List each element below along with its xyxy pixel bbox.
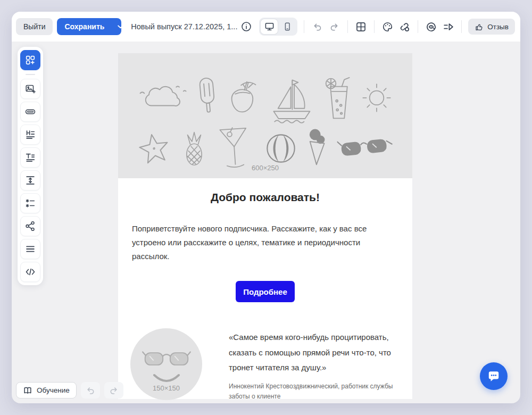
pineapple-doodle <box>181 128 207 169</box>
save-button[interactable]: Сохранить <box>57 22 112 31</box>
button-icon <box>24 106 36 118</box>
avatar-smile-icon <box>152 373 181 385</box>
starfish-doodle <box>135 130 173 167</box>
code-icon <box>24 266 36 278</box>
add-image-icon <box>24 83 36 95</box>
toolbar-divider <box>461 20 462 33</box>
toolbar-divider <box>347 20 348 33</box>
desktop-icon <box>264 22 275 31</box>
sidebar-item-menu[interactable] <box>20 239 40 259</box>
save-dropdown-button[interactable] <box>112 18 121 35</box>
doodle-row <box>137 128 393 169</box>
chevron-down-icon <box>118 25 121 29</box>
preview-button[interactable] <box>425 19 438 34</box>
sun-doodle <box>360 81 393 114</box>
chat-bubble-icon <box>487 369 501 383</box>
redo-button[interactable] <box>328 19 342 34</box>
avatar-sunglasses-icon <box>142 350 191 370</box>
structure-icon <box>355 21 367 32</box>
structure-button[interactable] <box>354 19 368 34</box>
quote-text-block[interactable]: «Самое время кого-нибудь процитировать, … <box>229 328 398 402</box>
mobile-icon <box>282 22 292 31</box>
info-icon <box>241 21 252 32</box>
undo-button[interactable] <box>311 19 324 34</box>
preview-icon <box>426 21 437 32</box>
quote-author: Иннокентий Крестовоздвижнический, работн… <box>229 381 398 402</box>
editor-canvas: 600×250 Добро пожаловать! Поприветствуйт… <box>12 42 520 403</box>
footer-controls: Обучение <box>16 382 123 399</box>
history-undo-button[interactable] <box>81 382 100 399</box>
thumbs-up-icon <box>475 22 484 31</box>
popsicle-doodle <box>196 75 220 119</box>
undo-icon <box>86 386 95 395</box>
history-redo-button[interactable] <box>104 382 123 399</box>
email-document: 600×250 Добро пожаловать! Поприветствуйт… <box>118 53 412 399</box>
sidebar-item-social[interactable] <box>20 216 40 236</box>
quote-block: 150×150 «Самое время кого-нибудь процити… <box>130 328 398 402</box>
sidebar-item-heading[interactable] <box>20 124 40 145</box>
link-check-button[interactable] <box>398 19 411 34</box>
editor-window: Выйти Сохранить Новый выпуск 27.12.2025,… <box>12 12 520 403</box>
feedback-button[interactable]: Отзыв <box>468 19 515 35</box>
image-size-label: 600×250 <box>118 164 412 172</box>
text-icon <box>24 152 36 163</box>
cta-button[interactable]: Подробнее <box>236 281 295 302</box>
feedback-label: Отзыв <box>487 23 509 31</box>
toolbar-divider <box>304 20 304 33</box>
email-text-block[interactable]: Поприветствуйте нового подписчика. Расск… <box>132 222 398 263</box>
sidebar-item-add-block[interactable] <box>20 50 40 70</box>
spacer-icon <box>24 175 36 186</box>
header-image-block[interactable]: 600×250 <box>118 53 412 178</box>
toolbar-divider <box>374 20 375 33</box>
document-title: Новый выпуск 27.12.2025, 1... <box>131 22 237 31</box>
beach-ball-doodle <box>264 132 297 165</box>
list-icon <box>24 197 36 209</box>
sidebar-item-code[interactable] <box>20 262 40 282</box>
info-button[interactable] <box>239 19 253 34</box>
menu-icon <box>24 243 36 255</box>
sidebar-item-text[interactable] <box>20 147 40 168</box>
sidebar-divider <box>26 74 35 75</box>
palette-button[interactable] <box>381 19 394 34</box>
avatar-placeholder[interactable]: 150×150 <box>130 328 202 400</box>
email-heading-block[interactable]: Добро пожаловать! <box>118 191 412 204</box>
sidebar-item-spacer[interactable] <box>20 170 40 190</box>
email-editor-app: { "toolbar": { "exit_label": "Выйти", "s… <box>0 0 532 415</box>
lemonade-doodle <box>323 73 353 123</box>
sidebar-item-button[interactable] <box>20 102 40 122</box>
quote-text: «Самое время кого-нибудь процитировать, … <box>229 330 398 376</box>
save-split-button[interactable]: Сохранить <box>57 18 121 35</box>
sunglasses-doodle <box>337 133 394 164</box>
sidebar-item-add-image[interactable] <box>20 79 40 99</box>
undo-icon <box>312 22 322 32</box>
redo-icon <box>329 22 339 32</box>
heading-icon <box>24 129 36 140</box>
palette-icon <box>382 21 393 32</box>
avatar-size-label: 150×150 <box>130 384 202 392</box>
desktop-toggle[interactable] <box>261 19 278 34</box>
redo-icon <box>109 386 119 395</box>
device-toggle <box>259 18 297 36</box>
top-toolbar: Выйти Сохранить Новый выпуск 27.12.2025,… <box>12 12 520 42</box>
send-test-icon <box>443 21 454 32</box>
sailboat-doodle <box>266 76 317 125</box>
doodle-row <box>137 66 393 129</box>
training-label: Обучение <box>37 386 70 394</box>
send-test-button[interactable] <box>442 19 455 34</box>
coconut-drink-doodle <box>225 77 259 118</box>
add-block-icon <box>24 54 36 66</box>
social-icon <box>24 220 36 232</box>
support-chat-button[interactable] <box>480 362 508 390</box>
training-button[interactable]: Обучение <box>16 382 77 399</box>
block-tools-sidebar <box>18 47 43 285</box>
ice-cream-doodle <box>307 128 328 169</box>
link-check-icon <box>399 21 410 32</box>
book-icon <box>23 386 32 395</box>
cloud-doodle <box>137 82 190 113</box>
sidebar-item-list[interactable] <box>20 193 40 213</box>
toolbar-divider <box>418 20 418 33</box>
exit-button[interactable]: Выйти <box>16 18 53 35</box>
mobile-toggle[interactable] <box>279 19 296 34</box>
